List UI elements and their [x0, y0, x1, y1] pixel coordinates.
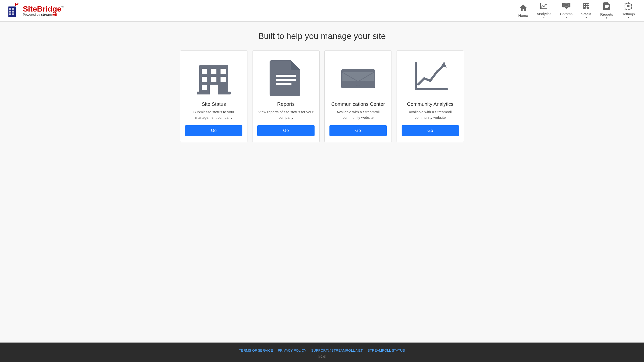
svg-rect-35 [220, 77, 226, 82]
footer: TERMS OF SERVICE PRIVACY POLICY SUPPORT@… [0, 343, 644, 362]
svg-rect-23 [583, 3, 590, 3]
card-reports-desc: View reports of site status for your com… [257, 109, 314, 120]
svg-rect-11 [565, 7, 568, 8]
nav-item-home[interactable]: Home [516, 3, 530, 19]
nav-status-label: Status [581, 12, 592, 16]
svg-rect-39 [276, 75, 296, 77]
logo: P SiteBridge™ Powered by streamroll [7, 3, 64, 18]
svg-rect-25 [605, 6, 609, 7]
footer-links: TERMS OF SERVICE PRIVACY POLICY SUPPORT@… [5, 349, 639, 353]
header: P SiteBridge™ Powered by streamroll Home [0, 0, 644, 22]
svg-point-27 [627, 5, 630, 7]
nav-settings-label: Settings [622, 12, 635, 16]
status-icon [583, 2, 590, 11]
nav-item-analytics[interactable]: Analytics ▾ [535, 1, 553, 20]
site-status-icon [194, 58, 233, 96]
nav-item-reports[interactable]: Reports ▾ [598, 1, 615, 21]
svg-rect-19 [584, 6, 585, 7]
svg-rect-22 [586, 7, 587, 9]
svg-rect-33 [202, 77, 207, 82]
card-site-status-btn[interactable]: Go [185, 125, 242, 136]
svg-rect-2 [12, 8, 14, 9]
card-analytics-title: Community Analytics [407, 101, 453, 107]
svg-rect-3 [9, 10, 11, 12]
svg-rect-12 [566, 8, 567, 9]
svg-rect-5 [9, 13, 11, 15]
svg-rect-18 [588, 4, 589, 5]
cards-container: Site Status Submit site status to your m… [166, 50, 478, 142]
svg-rect-1 [9, 8, 11, 9]
svg-rect-32 [220, 69, 226, 74]
card-analytics-btn[interactable]: Go [402, 125, 459, 136]
nav-comms-label: Comms [560, 12, 572, 16]
svg-rect-34 [211, 77, 216, 82]
comms-icon [562, 2, 570, 11]
card-comms-title: Communications Center [331, 101, 385, 107]
svg-rect-4 [12, 10, 14, 12]
svg-rect-38 [210, 85, 218, 94]
svg-rect-41 [276, 83, 292, 85]
card-reports-title: Reports [277, 101, 295, 107]
status-caret: ▾ [586, 16, 587, 19]
nav-item-settings[interactable]: Settings ▾ [620, 1, 637, 20]
home-icon [520, 4, 527, 13]
nav-analytics-label: Analytics [537, 12, 552, 16]
settings-icon [624, 2, 632, 11]
main-content: Built to help you manage your site [0, 22, 644, 343]
card-site-status-title: Site Status [202, 101, 226, 107]
svg-marker-8 [520, 4, 527, 11]
svg-rect-26 [605, 7, 608, 8]
card-site-status-desc: Submit site status to your management co… [185, 109, 242, 120]
svg-rect-24 [605, 5, 609, 6]
card-reports-btn[interactable]: Go [257, 125, 314, 136]
settings-caret: ▾ [628, 16, 629, 19]
card-analytics-desc: Available with a Streamroll community we… [402, 109, 459, 120]
svg-rect-21 [588, 6, 589, 7]
svg-point-14 [564, 4, 568, 6]
logo-subtitle: Powered by streamroll [23, 13, 64, 16]
footer-support[interactable]: SUPPORT@STREAMROLL.NET [311, 349, 363, 353]
logo-title: SiteBridge™ [23, 5, 64, 13]
footer-privacy[interactable]: PRIVACY POLICY [278, 349, 306, 353]
svg-rect-6 [12, 13, 14, 15]
main-nav: Home Analytics ▾ [516, 1, 637, 21]
comms-caret: ▾ [566, 16, 567, 19]
analytics-caret: ▾ [543, 16, 545, 19]
comms-card-icon [339, 58, 377, 96]
card-analytics: Community Analytics Available with a Str… [396, 50, 464, 142]
svg-rect-17 [586, 4, 587, 5]
footer-tos[interactable]: TERMS OF SERVICE [239, 349, 273, 353]
card-comms: Communications Center Available with a S… [324, 50, 392, 142]
svg-rect-30 [202, 69, 207, 74]
footer-version: (v0.9) [5, 355, 639, 359]
svg-text:P: P [14, 3, 18, 8]
nav-item-status[interactable]: Status ▾ [579, 1, 594, 20]
card-comms-btn[interactable]: Go [330, 125, 387, 136]
svg-rect-16 [584, 4, 585, 5]
nav-reports-label: Reports [600, 12, 613, 16]
analytics-card-icon [411, 58, 450, 96]
nav-item-comms[interactable]: Comms ▾ [558, 1, 574, 20]
reports-card-icon [267, 58, 305, 96]
logo-text: SiteBridge™ Powered by streamroll [23, 5, 64, 16]
svg-rect-20 [586, 6, 587, 7]
card-comms-desc: Available with a Streamroll community we… [330, 109, 387, 120]
svg-rect-31 [211, 69, 216, 74]
reports-icon [603, 2, 610, 12]
card-site-status: Site Status Submit site status to your m… [180, 50, 248, 142]
svg-rect-36 [202, 85, 207, 90]
analytics-icon [540, 2, 548, 11]
footer-status[interactable]: STREAMROLL STATUS [368, 349, 405, 353]
logo-icon: P [7, 3, 20, 18]
reports-caret: ▾ [606, 16, 608, 19]
nav-home-label: Home [518, 13, 528, 17]
page-heading: Built to help you manage your site [258, 31, 386, 41]
card-reports: Reports View reports of site status for … [252, 50, 320, 142]
svg-rect-40 [276, 79, 296, 81]
